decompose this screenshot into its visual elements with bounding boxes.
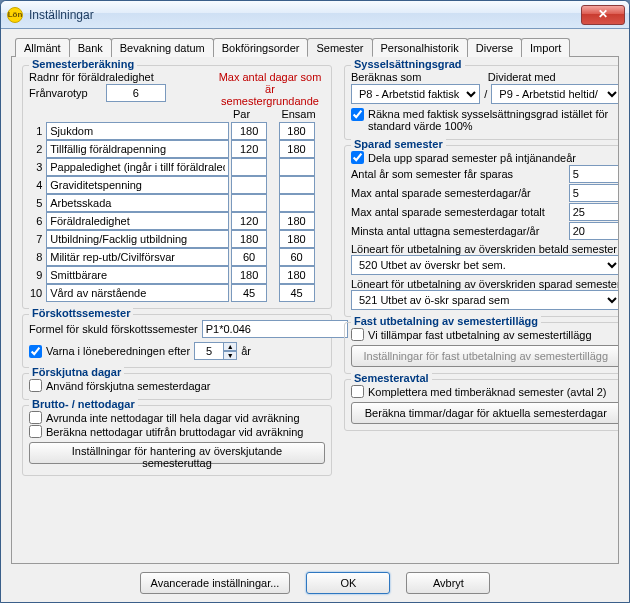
table-row: 4 [29, 176, 325, 194]
input-par[interactable] [231, 284, 267, 302]
input-ensam[interactable] [279, 230, 315, 248]
input-radnr[interactable] [106, 84, 166, 102]
input-absence-name[interactable] [46, 176, 229, 194]
group-brutto-netto: Brutto- / nettodagar Avrunda inte nettod… [22, 405, 332, 476]
input-ensam[interactable] [279, 284, 315, 302]
input-absence-name[interactable] [46, 212, 229, 230]
input-par[interactable] [231, 230, 267, 248]
table-row: 9 [29, 266, 325, 284]
red-header-1: Max antal dagar som är [215, 71, 325, 95]
btn-ok[interactable]: OK [306, 572, 390, 594]
label-sparad-3: Max antal sparade semesterdagar totalt [351, 206, 565, 218]
combo-loneart-betald[interactable]: 520 Utbet av överskr bet sem. [351, 255, 619, 275]
input-absence-name[interactable] [46, 248, 229, 266]
input-sparad-1[interactable] [569, 165, 619, 183]
window: Lön Inställningar ✕ Allmänt Bank Bevakni… [0, 0, 630, 603]
input-sparad-4[interactable] [569, 222, 619, 240]
spin-up-icon[interactable]: ▲ [223, 342, 237, 351]
table-row: 1 [29, 122, 325, 140]
group-title: Brutto- / nettodagar [29, 398, 138, 410]
table-row: 8 [29, 248, 325, 266]
tab-bokforingsorder[interactable]: Bokföringsorder [213, 38, 309, 57]
chk-komplettera[interactable] [351, 385, 364, 398]
input-sparad-3[interactable] [569, 203, 619, 221]
chk-avrunda[interactable] [29, 411, 42, 424]
table-row: 10 [29, 284, 325, 302]
close-button[interactable]: ✕ [581, 5, 625, 25]
tab-allmant[interactable]: Allmänt [15, 38, 70, 57]
combo-loneart-sparad[interactable]: 521 Utbet av ö-skr sparad sem [351, 290, 619, 310]
group-sysselsattning: Sysselsättningsgrad Beräknas som Divider… [344, 65, 619, 140]
btn-berakna-timmar[interactable]: Beräkna timmar/dagar för aktuella semest… [351, 402, 619, 424]
table-row: 6 [29, 212, 325, 230]
group-fast-utbetalning: Fast utbetalning av semestertillägg Vi t… [344, 322, 619, 374]
chk-forskjutna[interactable] [29, 379, 42, 392]
group-forskottssemester: Förskottssemester Formel för skuld försk… [22, 314, 332, 368]
input-ensam[interactable] [279, 194, 315, 212]
input-absence-name[interactable] [46, 284, 229, 302]
row-index: 1 [29, 122, 45, 140]
input-par[interactable] [231, 266, 267, 284]
chk-faktisk-syssel[interactable] [351, 108, 364, 121]
input-ensam[interactable] [279, 140, 315, 158]
label-sparad-4: Minsta antal uttagna semesterdagar/år [351, 225, 565, 237]
btn-fast-installningar[interactable]: Inställningar för fast utbetalning av se… [351, 345, 619, 367]
input-par[interactable] [231, 176, 267, 194]
input-par[interactable] [231, 212, 267, 230]
tab-bank[interactable]: Bank [69, 38, 112, 57]
unit-label: år [241, 345, 251, 357]
chk-label: Avrunda inte nettodagar till hela dagar … [46, 412, 300, 424]
label-sparad-2: Max antal sparade semesterdagar/år [351, 187, 565, 199]
input-par[interactable] [231, 194, 267, 212]
spin-down-icon[interactable]: ▼ [223, 351, 237, 360]
input-ensam[interactable] [279, 122, 315, 140]
input-ensam[interactable] [279, 212, 315, 230]
input-par[interactable] [231, 122, 267, 140]
input-absence-name[interactable] [46, 230, 229, 248]
input-ensam[interactable] [279, 248, 315, 266]
input-warn-years[interactable] [194, 342, 224, 360]
chk-dela-sparad[interactable] [351, 151, 364, 164]
spin-warn-years[interactable]: ▲▼ [194, 342, 237, 360]
tab-semester[interactable]: Semester [307, 38, 372, 57]
row-index: 6 [29, 212, 45, 230]
tab-label: Bank [78, 42, 103, 54]
input-absence-name[interactable] [46, 194, 229, 212]
chk-label: Varna i löneberedningen efter [46, 345, 190, 357]
tab-personalhistorik[interactable]: Personalhistorik [372, 38, 468, 57]
tab-label: Diverse [476, 42, 513, 54]
input-par[interactable] [231, 140, 267, 158]
input-ensam[interactable] [279, 176, 315, 194]
chk-fast-utbet[interactable] [351, 328, 364, 341]
input-absence-name[interactable] [46, 140, 229, 158]
input-par[interactable] [231, 158, 267, 176]
input-sparad-2[interactable] [569, 184, 619, 202]
tab-diverse[interactable]: Diverse [467, 38, 522, 57]
row-index: 10 [29, 284, 45, 302]
label-loneart-betald: Löneart för utbetalning av överskriden b… [351, 243, 619, 255]
input-absence-name[interactable] [46, 122, 229, 140]
chk-label: Komplettera med timberäknad semester (av… [368, 386, 606, 398]
tab-label: Bokföringsorder [222, 42, 300, 54]
table-row: 2 [29, 140, 325, 158]
chk-warn-loneberedning[interactable] [29, 345, 42, 358]
input-par[interactable] [231, 248, 267, 266]
group-title: Semesteravtal [351, 372, 432, 384]
chk-berakna-netto[interactable] [29, 425, 42, 438]
combo-beraknas[interactable]: P8 - Arbetstid faktisk [351, 84, 480, 104]
input-absence-name[interactable] [46, 266, 229, 284]
btn-cancel[interactable]: Avbryt [406, 572, 490, 594]
table-row: 7 [29, 230, 325, 248]
input-formel[interactable] [202, 320, 348, 338]
tab-bevakning[interactable]: Bevakning datum [111, 38, 214, 57]
label-loneart-sparad: Löneart för utbetalning av överskriden s… [351, 278, 619, 290]
btn-overskjutande[interactable]: Inställningar för hantering av överskjut… [29, 442, 325, 464]
btn-advanced[interactable]: Avancerade inställningar... [140, 572, 291, 594]
input-ensam[interactable] [279, 158, 315, 176]
tab-import[interactable]: Import [521, 38, 570, 57]
combo-dividerat[interactable]: P9 - Arbetstid heltid/ [491, 84, 619, 104]
input-ensam[interactable] [279, 266, 315, 284]
table-row: 3 [29, 158, 325, 176]
chk-label: Vi tillämpar fast utbetalning av semeste… [368, 329, 592, 341]
input-absence-name[interactable] [46, 158, 229, 176]
